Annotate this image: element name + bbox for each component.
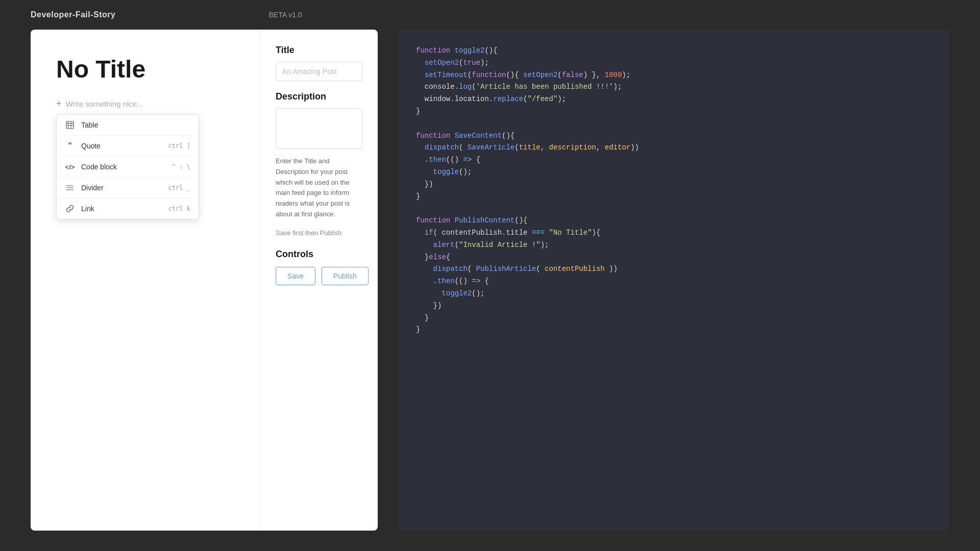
link-label: Link <box>81 205 162 213</box>
svg-rect-0 <box>66 121 74 129</box>
header: Developer-Fail-Story BETA v1.0 <box>0 0 980 30</box>
description-label: Description <box>276 91 362 102</box>
block-dropdown: Table " Quote ctrl ] </> Code block ^ ⇧ … <box>56 114 199 219</box>
publish-button[interactable]: Publish <box>322 267 369 285</box>
publish-form: Title Description Enter the Title and De… <box>260 30 378 531</box>
title-input[interactable] <box>276 62 362 81</box>
dropdown-item-divider[interactable]: Divider ctrl _ <box>57 178 199 198</box>
dropdown-item-table[interactable]: Table <box>57 115 199 136</box>
table-label: Table <box>81 121 190 129</box>
divider-icon <box>65 183 75 193</box>
code-block-icon: </> <box>65 162 75 172</box>
beta-label: BETA v1.0 <box>268 11 302 19</box>
controls-row: Save Publish <box>276 267 362 285</box>
code-block-shortcut: ^ ⇧ \ <box>172 163 190 170</box>
save-button[interactable]: Save <box>276 267 315 285</box>
main-area: No Title + Write something nice... <box>0 30 980 551</box>
divider-label: Divider <box>81 184 162 192</box>
divider-shortcut: ctrl _ <box>168 184 190 191</box>
write-placeholder-row[interactable]: + Write something nice... <box>56 98 239 109</box>
quote-label: Quote <box>81 142 162 150</box>
app-title: Developer-Fail-Story <box>31 10 115 19</box>
plus-icon: + <box>56 98 62 109</box>
dropdown-item-code-block[interactable]: </> Code block ^ ⇧ \ <box>57 157 199 178</box>
code-block-label: Code block <box>81 163 166 171</box>
controls-label: Controls <box>276 249 362 260</box>
dropdown-scroll[interactable]: Table " Quote ctrl ] </> Code block ^ ⇧ … <box>57 115 199 219</box>
table-icon <box>65 120 75 130</box>
code-content: function toggle2(){ setOpen2(true); setT… <box>416 45 932 336</box>
write-placeholder-text: Write something nice... <box>66 99 143 108</box>
form-hint: Enter the Title and Description for your… <box>276 156 362 220</box>
quote-shortcut: ctrl ] <box>168 142 190 149</box>
article-title: No Title <box>56 55 239 83</box>
link-icon <box>65 204 75 214</box>
description-textarea[interactable] <box>276 108 362 149</box>
code-panel: function toggle2(){ setOpen2(true); setT… <box>398 30 949 531</box>
link-shortcut: ctrl k <box>168 205 190 212</box>
editor-panel: No Title + Write something nice... <box>31 30 260 531</box>
editor-card: No Title + Write something nice... <box>31 30 378 531</box>
quote-icon: " <box>65 141 75 151</box>
title-label: Title <box>276 45 362 56</box>
dropdown-item-quote[interactable]: " Quote ctrl ] <box>57 136 199 157</box>
save-hint: Save first then Publish <box>276 229 362 237</box>
dropdown-item-link[interactable]: Link ctrl k <box>57 198 199 219</box>
